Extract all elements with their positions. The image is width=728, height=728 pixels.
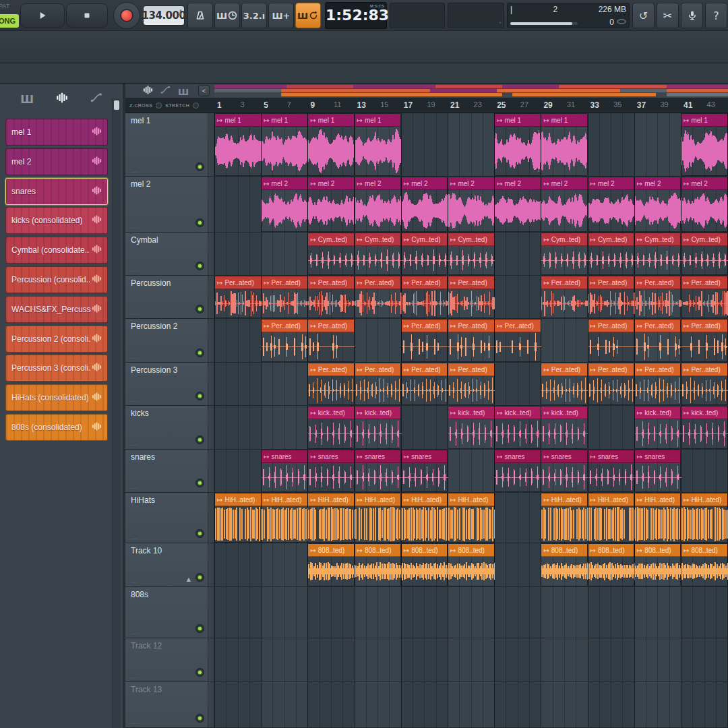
audio-clip-percussion[interactable]: ↦Per..ated)	[401, 276, 448, 318]
track-menu-dots[interactable]: ...	[131, 440, 138, 447]
clip-title-bar[interactable]: ↦Per..ated)	[448, 276, 494, 289]
clip-title-bar[interactable]: ↦Per..ated)	[355, 363, 401, 376]
scrollbar-handle[interactable]	[114, 100, 119, 110]
clip-title-bar[interactable]: ↦Per..ated)	[448, 363, 494, 376]
track-header[interactable]: Percussion...	[125, 276, 214, 318]
picker-item-mel-2[interactable]: mel 2	[5, 148, 108, 175]
clip-title-bar[interactable]: ↦Per..ated)	[355, 276, 401, 289]
audio-clip-kicks[interactable]: ↦kick..ted)	[307, 406, 355, 449]
clip-title-bar[interactable]: ↦HiH..ated)	[635, 493, 681, 506]
collapse-arrow-icon[interactable]: ▲	[187, 576, 191, 582]
track-resize-strip[interactable]	[208, 450, 214, 492]
audio-clip-percussion-2[interactable]: ↦Per..ated)	[588, 319, 635, 362]
clip-title-bar[interactable]: ↦Per..ated)	[402, 320, 448, 332]
clip-title-bar[interactable]: ↦808..ted)	[308, 544, 354, 557]
clip-title-bar[interactable]: ↦Cym..ted)	[308, 233, 354, 246]
audio-clip-percussion-2[interactable]: ↦Per..ated)	[401, 319, 448, 362]
audio-clip-percussion[interactable]: ↦Per..ated)	[214, 276, 262, 318]
clip-title-bar[interactable]: ↦Per..ated)	[308, 363, 354, 376]
audio-clip-percussion[interactable]: ↦Per..ated)	[588, 276, 635, 318]
track-mute-led[interactable]	[195, 262, 204, 270]
clip-title-bar[interactable]: ↦Cym..ted)	[448, 233, 494, 246]
track-resize-strip[interactable]	[208, 233, 214, 275]
audio-clip-percussion[interactable]: ↦Per..ated)	[355, 276, 402, 318]
picker-tab-automation[interactable]	[90, 92, 102, 107]
audio-clip-track-10[interactable]: ↦808..ted)	[448, 543, 495, 586]
clip-title-bar[interactable]: ↦mel 2	[588, 177, 634, 190]
audio-clip-percussion[interactable]: ↦Per..ated)	[307, 276, 355, 318]
clip-title-bar[interactable]: ↦Cym..ted)	[635, 233, 681, 246]
audio-clip-percussion-3[interactable]: ↦Per..ated)	[634, 363, 681, 405]
audio-clip-hihats[interactable]: ↦HiH..ated)	[588, 493, 635, 543]
clip-title-bar[interactable]: ↦HiH..ated)	[541, 493, 587, 506]
track-lane[interactable]	[214, 587, 728, 638]
track-menu-dots[interactable]: ...	[131, 578, 138, 584]
clip-title-bar[interactable]: ↦808..ted)	[448, 544, 494, 557]
clip-title-bar[interactable]: ↦mel 1	[541, 114, 587, 127]
clip-title-bar[interactable]: ↦mel 2	[681, 177, 727, 190]
clip-title-bar[interactable]: ↦HiH..ated)	[402, 493, 448, 506]
audio-clip-snares[interactable]: ↦snares	[634, 450, 681, 492]
track-resize-strip[interactable]	[208, 493, 214, 543]
clip-title-bar[interactable]: ↦Cym..ted)	[681, 233, 727, 246]
clip-title-bar[interactable]: ↦snares	[355, 450, 401, 463]
track-menu-dots[interactable]: ...	[131, 309, 138, 316]
track-menu-dots[interactable]: ...	[131, 353, 138, 360]
audio-clip-snares[interactable]: ↦snares	[401, 450, 448, 492]
loop-record-button[interactable]: Ш	[295, 3, 321, 28]
track-mute-led[interactable]	[195, 435, 204, 444]
audio-clip-percussion[interactable]: ↦Per..ated)	[448, 276, 495, 318]
audio-clip-percussion-3[interactable]: ↦Per..ated)	[401, 363, 448, 405]
audio-clip-hihats[interactable]: ↦HiH..ated)	[634, 493, 681, 543]
audio-clip-hihats[interactable]: ↦HiH..ated)	[401, 493, 448, 543]
stretch-toggle[interactable]	[193, 102, 199, 109]
clip-title-bar[interactable]: ↦808..ted)	[588, 544, 634, 557]
clip-title-bar[interactable]: ↦Per..ated)	[588, 363, 634, 376]
audio-clip-kicks[interactable]: ↦kick..ted)	[541, 406, 588, 449]
clip-title-bar[interactable]: ↦Per..ated)	[681, 276, 727, 289]
clip-title-bar[interactable]: ↦HiH..ated)	[215, 493, 261, 506]
clip-title-bar[interactable]: ↦Cym..ted)	[541, 233, 587, 246]
audio-clip-kicks[interactable]: ↦kick..ted)	[634, 406, 681, 449]
audio-clip-mel-1[interactable]: ↦mel 1	[261, 113, 308, 176]
track-menu-dots[interactable]: ...	[131, 719, 138, 725]
track-resize-strip[interactable]	[208, 276, 214, 318]
track-lane[interactable]	[214, 638, 728, 681]
clip-title-bar[interactable]: ↦808..ted)	[355, 544, 401, 557]
track-mute-led[interactable]	[195, 714, 204, 723]
track-menu-dots[interactable]: ...	[131, 629, 138, 636]
countdown-button[interactable]: 3.2.ı	[241, 3, 267, 28]
audio-clip-track-10[interactable]: ↦808..ted)	[355, 543, 402, 586]
track-mute-led[interactable]	[195, 162, 204, 171]
playlist-tab-automation[interactable]	[160, 85, 171, 98]
clip-title-bar[interactable]: ↦mel 1	[308, 114, 354, 127]
audio-clip-snares[interactable]: ↦snares	[541, 450, 588, 492]
track-mute-led[interactable]	[195, 348, 204, 357]
track-menu-dots[interactable]: ...	[131, 266, 138, 273]
clip-title-bar[interactable]: ↦Per..ated)	[308, 276, 354, 289]
track-resize-strip[interactable]	[208, 363, 214, 405]
tempo-display[interactable]: 134.000 ▲▼	[143, 5, 185, 26]
clip-title-bar[interactable]: ↦mel 1	[495, 114, 541, 127]
timeline-ruler[interactable]: Z-CROSS STRETCH 135791113151719212325272…	[125, 98, 728, 113]
track-resize-strip[interactable]	[208, 177, 214, 232]
picker-item-wachs-fx-percussio-[interactable]: WACHS&FX_Percussio..	[5, 296, 108, 323]
clip-title-bar[interactable]: ↦snares	[262, 450, 307, 463]
clip-title-bar[interactable]: ↦808..ted)	[681, 544, 727, 557]
pat-mode-label[interactable]: PAT	[0, 3, 9, 9]
audio-clip-hihats[interactable]: ↦HiH..ated)	[681, 493, 728, 543]
mic-button[interactable]	[681, 3, 703, 28]
audio-clip-track-10[interactable]: ↦808..ted)	[588, 543, 635, 586]
tempo-spinner[interactable]: ▲▼	[179, 8, 183, 16]
track-resize-strip[interactable]	[208, 406, 214, 449]
pat-song-switch[interactable]: PAT SONG	[0, 1, 20, 30]
track-mute-led[interactable]	[195, 218, 204, 227]
wait-for-input-button[interactable]: Ш	[214, 3, 240, 28]
audio-clip-track-10[interactable]: ↦808..ted)	[541, 543, 588, 586]
audio-clip-hihats[interactable]: ↦HiH..ated)	[355, 493, 402, 543]
audio-clip-cymbal[interactable]: ↦Cym..ted)	[541, 233, 588, 275]
track-lane[interactable]: ↦Per..ated)↦Per..ated)↦Per..ated)↦Per..a…	[214, 319, 728, 362]
audio-clip-mel-2[interactable]: ↦mel 2	[681, 177, 728, 232]
audio-clip-percussion-3[interactable]: ↦Per..ated)	[541, 363, 588, 405]
picker-item-hihats-consolidated-[interactable]: HiHats (consolidated)	[5, 384, 108, 411]
